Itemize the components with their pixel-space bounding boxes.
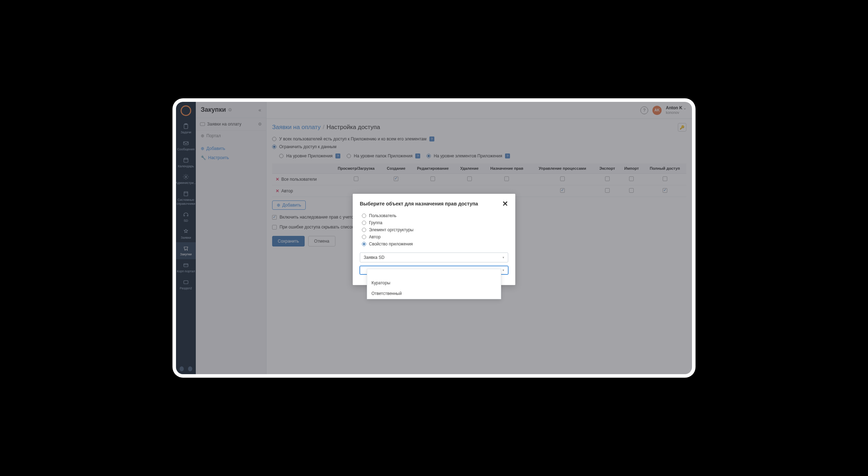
select-app[interactable]: Заявка SD ▾ bbox=[360, 252, 508, 262]
close-icon[interactable]: ✕ bbox=[502, 199, 508, 208]
chevron-down-icon: ▾ bbox=[503, 256, 504, 259]
access-object-modal: Выберите объект для назначения прав дост… bbox=[353, 194, 515, 285]
opt-group[interactable]: Группа bbox=[362, 219, 508, 226]
modal-title: Выберите объект для назначения прав дост… bbox=[360, 201, 478, 207]
opt-org[interactable]: Элемент оргструктуры bbox=[362, 226, 508, 233]
property-dropdown: Кураторы Ответственный bbox=[367, 269, 501, 299]
dropdown-option[interactable]: Кураторы bbox=[367, 278, 501, 288]
opt-app-property[interactable]: Свойство приложения bbox=[362, 240, 508, 248]
opt-author[interactable]: Автор bbox=[362, 233, 508, 240]
opt-user[interactable]: Пользователь bbox=[362, 212, 508, 219]
chevron-down-icon: ▾ bbox=[503, 268, 504, 272]
dropdown-option[interactable]: Ответственный bbox=[367, 288, 501, 299]
